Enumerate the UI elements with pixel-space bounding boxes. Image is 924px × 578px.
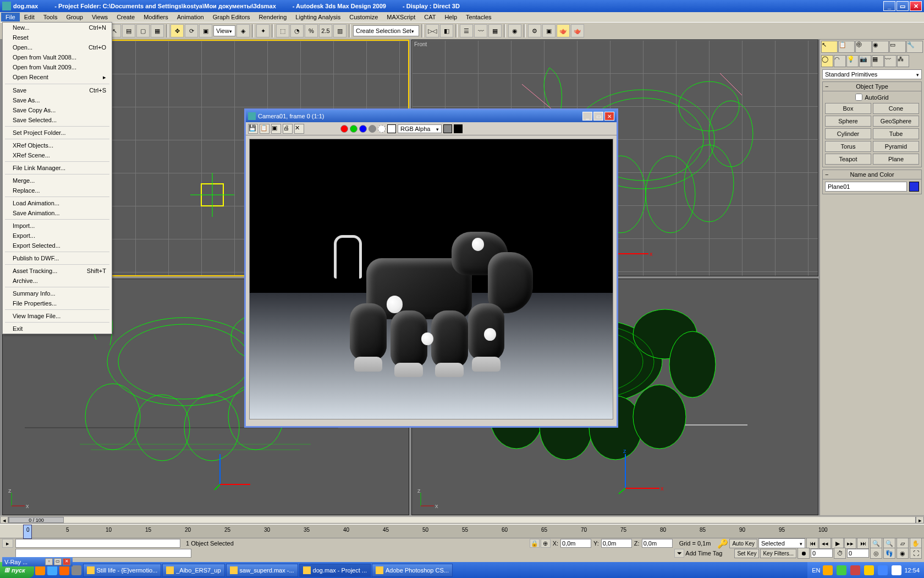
script-listener-button[interactable]: ▸ [2, 539, 13, 548]
maximize-viewport-button[interactable]: ⛶ [910, 548, 922, 559]
tray-icon[interactable] [837, 565, 846, 575]
autogrid-checkbox[interactable] [855, 94, 862, 101]
maximize-button[interactable]: ▭ [897, 1, 909, 11]
copy-image-button[interactable]: 📋 [260, 124, 270, 134]
quicklaunch-icon[interactable] [47, 565, 57, 575]
utilities-tab[interactable]: 🔧 [906, 41, 923, 53]
time-ruler[interactable]: 0510152025303540455055606570758085909510… [0, 524, 924, 538]
object-color-swatch[interactable] [909, 182, 919, 192]
file-menu-import[interactable]: Import... [3, 221, 112, 231]
geometry-icon[interactable]: ◯ [821, 55, 833, 67]
clock[interactable]: 12:54 [904, 567, 920, 574]
hierarchy-tab[interactable]: 🞋 [855, 41, 872, 53]
named-selection-dropdown[interactable]: Create Selection Set [353, 25, 419, 36]
file-menu-export[interactable]: Export... [3, 231, 112, 241]
scale-button[interactable]: ▣ [199, 24, 212, 37]
display-tab[interactable]: ▭ [889, 41, 906, 53]
create-tab[interactable]: ↖ [821, 41, 838, 53]
edged-faces-button[interactable]: ▥ [333, 24, 346, 37]
taskbar-task[interactable]: Still life - {E}vermotio... [83, 564, 162, 577]
file-menu-load-animation[interactable]: Load Animation... [3, 198, 112, 208]
print-button[interactable]: 🖨 [283, 124, 293, 134]
channel-dropdown[interactable]: RGB Alpha [398, 124, 442, 133]
file-menu-exit[interactable]: Exit [3, 324, 112, 334]
primitive-torus-button[interactable]: Torus [825, 141, 871, 152]
file-menu-save[interactable]: SaveCtrl+S [3, 85, 112, 95]
color-swatch-white[interactable] [387, 124, 396, 133]
field-of-view-button[interactable]: ▱ [897, 538, 909, 549]
select-by-name-button[interactable]: ▤ [122, 24, 135, 37]
helpers-icon[interactable]: ▦ [872, 55, 884, 67]
taskbar-task[interactable]: Adobe Photoshop CS... [372, 564, 453, 577]
menu-item-file[interactable]: File [1, 13, 20, 21]
file-menu-xref-objects[interactable]: XRef Objects... [3, 140, 112, 150]
window-crossing-button[interactable]: ▦ [151, 24, 164, 37]
manipulate-button[interactable]: ✦ [256, 24, 270, 37]
play-button[interactable]: ▶ [832, 538, 844, 549]
spinner-snap-button[interactable]: 2.5 [319, 24, 332, 37]
angle-snap-button[interactable]: ◔ [290, 24, 304, 37]
object-type-rollout-header[interactable]: −Object Type [823, 82, 921, 91]
y-input[interactable] [601, 539, 632, 548]
file-menu-merge[interactable]: Merge... [3, 176, 112, 186]
prev-frame-button[interactable]: ◂◂ [819, 538, 831, 549]
primitive-geosphere-button[interactable]: GeoSphere [873, 116, 919, 127]
auto-key-button[interactable]: Auto Key [729, 539, 757, 548]
layer-manager-button[interactable]: ☰ [460, 24, 473, 37]
rotate-button[interactable]: ⟳ [185, 24, 198, 37]
key-filters-button[interactable]: Key Filters... [760, 549, 796, 558]
zoom-button[interactable]: 🔍 [883, 538, 895, 549]
file-menu-open-from-vault-2009[interactable]: Open from Vault 2009... [3, 62, 112, 72]
vray-minimized-window[interactable]: V-Ray ... ▫ ▭ ✕ [2, 557, 73, 566]
blue-channel-button[interactable] [359, 125, 367, 133]
x-input[interactable] [560, 539, 591, 548]
alpha-channel-button[interactable] [369, 125, 376, 133]
timeline-scroll-left-button[interactable]: ◂ [0, 516, 8, 524]
file-menu-publish-to-dwf[interactable]: Publish to DWF... [3, 253, 112, 263]
file-menu-xref-scene[interactable]: XRef Scene... [3, 150, 112, 160]
taskbar-task[interactable]: _Aibo_ERS7_up [162, 564, 224, 577]
set-key-button[interactable]: Set Key [734, 549, 759, 558]
tray-icon[interactable] [823, 565, 833, 575]
goto-end-button[interactable]: ⏭ [857, 538, 869, 549]
absolute-mode-button[interactable]: ⊕ [541, 539, 551, 548]
render-setup-button[interactable]: ⚙ [528, 24, 541, 37]
file-menu-file-properties[interactable]: File Properties... [3, 298, 112, 308]
schematic-view-button[interactable]: ▦ [488, 24, 502, 37]
file-menu-save-selected[interactable]: Save Selected... [3, 115, 112, 125]
tray-icon[interactable] [850, 565, 860, 575]
language-indicator[interactable]: EN [812, 567, 820, 574]
mirror-button[interactable]: ▷◁ [426, 24, 439, 37]
file-menu-summary-info[interactable]: Summary Info... [3, 288, 112, 298]
save-image-button[interactable]: 💾 [248, 124, 258, 134]
z-input[interactable] [642, 539, 673, 548]
file-menu-replace[interactable]: Replace... [3, 186, 112, 195]
primitive-teapot-button[interactable]: Teapot [825, 154, 871, 165]
systems-icon[interactable]: ⁂ [897, 55, 909, 67]
primitive-plane-button[interactable]: Plane [873, 154, 919, 165]
zoom-extents-button[interactable]: 🔍 [870, 538, 882, 549]
time-tag-button[interactable]: ⏷ [674, 549, 684, 558]
tray-icon[interactable] [892, 565, 901, 575]
material-editor-button[interactable]: ◉ [508, 24, 521, 37]
timeline-scrollbar[interactable]: 0 / 100 [8, 516, 916, 524]
file-menu-view-image-file[interactable]: View Image File... [3, 311, 112, 321]
primitive-cone-button[interactable]: Cone [873, 103, 919, 114]
file-menu-open-recent[interactable]: Open Recent▸ [3, 72, 112, 83]
file-menu-set-project-folder[interactable]: Set Project Folder... [3, 128, 112, 138]
bg-swatch[interactable] [454, 124, 463, 133]
file-menu-reset[interactable]: Reset [3, 32, 112, 42]
render-minimize-button[interactable]: _ [582, 112, 592, 121]
menu-item-customize[interactable]: Customize [345, 13, 382, 21]
quicklaunch-icon[interactable] [72, 565, 81, 575]
menu-item-help[interactable]: Help [440, 13, 461, 21]
clear-button[interactable]: ✕ [294, 124, 304, 134]
primitive-sphere-button[interactable]: Sphere [825, 116, 871, 127]
file-menu-file-link-manager[interactable]: File Link Manager... [3, 163, 112, 173]
vray-close-button[interactable]: ✕ [63, 558, 70, 565]
primitive-tube-button[interactable]: Tube [873, 128, 919, 139]
mono-channel-button[interactable] [378, 125, 386, 133]
menu-item-tools[interactable]: Tools [39, 13, 62, 21]
file-menu-asset-tracking[interactable]: Asset Tracking...Shift+T [3, 266, 112, 276]
object-name-input[interactable] [828, 183, 904, 190]
